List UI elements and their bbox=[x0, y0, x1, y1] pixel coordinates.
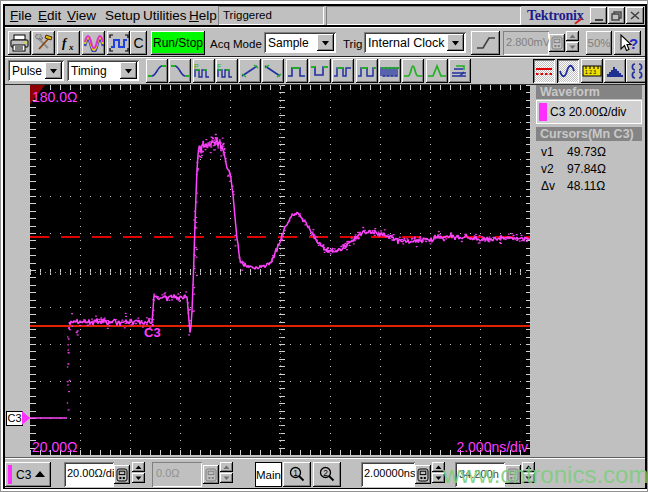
svg-text:x: x bbox=[68, 42, 74, 52]
svg-text:1: 1 bbox=[293, 468, 298, 478]
svg-text:1 2 3: 1 2 3 bbox=[585, 69, 596, 75]
svg-text:?: ? bbox=[629, 35, 638, 52]
svg-text:P: P bbox=[194, 63, 199, 70]
svg-text:180.0Ω: 180.0Ω bbox=[32, 89, 78, 105]
svg-text:20.00Ω: 20.00Ω bbox=[32, 439, 78, 455]
svg-text:F: F bbox=[217, 63, 221, 70]
svg-text:2: 2 bbox=[323, 468, 328, 478]
svg-text:f: f bbox=[62, 35, 68, 50]
svg-text:2.000ns/div: 2.000ns/div bbox=[456, 439, 528, 455]
svg-text:C3: C3 bbox=[144, 325, 161, 340]
